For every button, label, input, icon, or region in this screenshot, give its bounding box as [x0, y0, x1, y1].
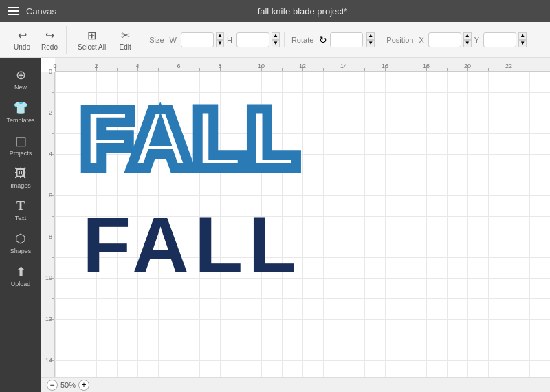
x-down[interactable]: ▼ [463, 40, 472, 47]
canvas-area[interactable]: 0246810121416182022 02468101214 FALL FAL… [41, 58, 550, 392]
zoom-out-button[interactable]: − [47, 380, 58, 391]
width-down[interactable]: ▼ [216, 40, 224, 47]
w-label: W [170, 36, 177, 44]
title-bar: Canvas fall knife blade project* [0, 0, 550, 22]
x-label: X [419, 36, 424, 44]
undo-redo-group: ↩ Undo ↪ Redo [6, 26, 67, 54]
y-label: Y [474, 36, 479, 44]
sidebar-item-shapes[interactable]: ⬡ Shapes [3, 227, 38, 259]
sidebar-item-upload[interactable]: ⬆ Upload [3, 260, 38, 292]
edit-icon: ✂ [121, 29, 130, 42]
y-down[interactable]: ▼ [518, 40, 527, 47]
position-label: Position [386, 36, 413, 44]
rotate-icon: ↻ [319, 34, 327, 45]
select-all-button[interactable]: ⊞ Select All [74, 26, 110, 54]
y-up[interactable]: ▲ [518, 32, 527, 40]
rotate-label: Rotate [292, 36, 314, 44]
y-spinner: ▲ ▼ [518, 32, 527, 47]
templates-icon: 👕 [13, 100, 28, 116]
height-spinner: ▲ ▼ [272, 32, 280, 47]
redo-icon: ↪ [45, 29, 54, 42]
h-label: H [227, 36, 232, 44]
width-input[interactable] [181, 32, 214, 47]
x-up[interactable]: ▲ [463, 32, 472, 40]
sidebar-item-projects[interactable]: ◫ Projects [3, 129, 38, 161]
app-name: Canvas [26, 6, 56, 17]
fall-bottom-text[interactable]: FALL [82, 206, 302, 285]
toolbar: ↩ Undo ↪ Redo ⊞ Select All ✂ Edit Size W… [0, 22, 550, 58]
x-spinner: ▲ ▼ [463, 32, 472, 47]
text-icon: T [16, 199, 25, 213]
rotate-up[interactable]: ▲ [366, 32, 375, 40]
width-field: W ▲ ▼ [170, 32, 224, 47]
width-spinner: ▲ ▼ [216, 32, 224, 47]
project-title: fall knife blade project* [63, 6, 542, 17]
edit-button[interactable]: ✂ Edit [113, 26, 138, 54]
size-group: Size W ▲ ▼ H ▲ ▼ [145, 32, 285, 47]
height-input[interactable] [236, 32, 270, 47]
sidebar-item-images[interactable]: 🖼 Images [3, 162, 38, 193]
rotate-spinner: ▲ ▼ [366, 32, 375, 47]
projects-icon: ◫ [15, 133, 27, 149]
redo-button[interactable]: ↪ Redo [37, 26, 62, 54]
sidebar-item-text[interactable]: T Text [3, 195, 38, 226]
y-input[interactable] [483, 32, 516, 47]
x-field: X ▲ ▼ [419, 32, 471, 47]
zoom-bar: − 50% + [41, 377, 550, 392]
images-icon: 🖼 [14, 166, 27, 181]
hamburger-menu[interactable] [8, 7, 19, 15]
rotate-input[interactable] [330, 32, 363, 47]
size-label: Size [149, 36, 164, 44]
sidebar-item-templates[interactable]: 👕 Templates [3, 96, 38, 128]
undo-button[interactable]: ↩ Undo [10, 26, 34, 54]
rotate-down[interactable]: ▼ [366, 40, 375, 47]
width-up[interactable]: ▲ [216, 32, 224, 40]
sidebar-item-new[interactable]: ⊕ New [3, 63, 38, 95]
upload-icon: ⬆ [16, 264, 26, 279]
height-down[interactable]: ▼ [272, 40, 280, 47]
undo-icon: ↩ [18, 29, 27, 42]
height-up[interactable]: ▲ [272, 32, 280, 40]
sidebar: ⊕ New 👕 Templates ◫ Projects 🖼 Images T … [0, 58, 41, 392]
new-icon: ⊕ [16, 67, 26, 83]
position-group: Position X ▲ ▼ Y ▲ ▼ [382, 32, 531, 47]
zoom-in-button[interactable]: + [78, 380, 89, 391]
main-area: ⊕ New 👕 Templates ◫ Projects 🖼 Images T … [0, 58, 550, 392]
x-input[interactable] [428, 32, 461, 47]
select-edit-group: ⊞ Select All ✂ Edit [69, 26, 142, 54]
shapes-icon: ⬡ [15, 231, 26, 246]
grid-canvas: FALL FALL FALL [55, 72, 550, 377]
height-field: H ▲ ▼ [227, 32, 280, 47]
fall-top-text[interactable]: FALL [82, 99, 302, 178]
rotate-group: Rotate ↻ ▲ ▼ [287, 32, 380, 47]
y-field: Y ▲ ▼ [474, 32, 527, 47]
zoom-level: 50% [60, 381, 76, 389]
ruler-left: 02468101214 [41, 72, 55, 377]
ruler-top: 0246810121416182022 [55, 58, 550, 72]
select-all-icon: ⊞ [87, 29, 96, 42]
